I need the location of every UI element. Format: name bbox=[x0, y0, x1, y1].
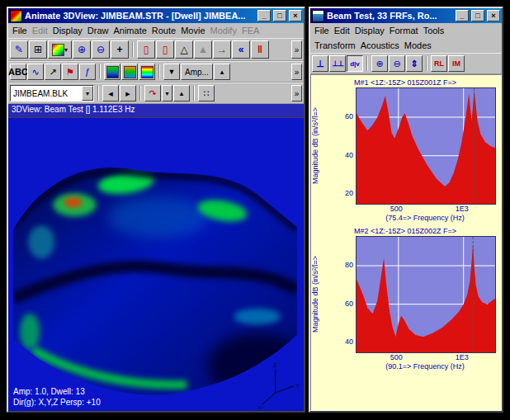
x-axis-ticks: 5001E3 bbox=[356, 353, 494, 362]
frf-plot-1: M#1 <1Z:-15Z> 015Z001Z F=> Magnitude dB … bbox=[311, 75, 501, 224]
toolbar-separator bbox=[99, 64, 101, 79]
fast-rewind-icon[interactable]: « bbox=[232, 40, 250, 59]
right-menubar-row2: Transform Acoustics Modes bbox=[310, 38, 502, 53]
fringe-banded-icon[interactable] bbox=[121, 64, 138, 80]
flag-icon[interactable]: ⚑ bbox=[62, 64, 78, 80]
minimize-button[interactable]: _ bbox=[257, 10, 271, 21]
right-toolbar: ⊥ ⊥⊥ d|v ⊕ ⊖ ⇕ RL IM bbox=[310, 53, 502, 74]
scatter-icon[interactable]: ∷ bbox=[198, 85, 215, 101]
maximize-button[interactable]: □ bbox=[273, 10, 286, 21]
toolbar-separator bbox=[158, 64, 160, 79]
left-toolbar-row2: ABC ∿ ↗ ⚑ ƒ ▼ Amp... ▴ » bbox=[8, 61, 304, 83]
toolbar-separator bbox=[97, 86, 99, 101]
menu-file[interactable]: File bbox=[10, 25, 30, 36]
next-icon[interactable]: ▸ bbox=[120, 85, 136, 101]
combo-dropdown-icon[interactable]: ▾ bbox=[82, 86, 93, 101]
draw-tool-icon[interactable]: ✎ bbox=[10, 40, 28, 59]
play-arrow-icon[interactable]: → bbox=[213, 40, 231, 59]
amp-button[interactable]: Amp... bbox=[181, 64, 213, 80]
menu-fea: FEA bbox=[239, 25, 262, 36]
plot-title: M#1 <1Z:-15Z> 015Z001Z F=> bbox=[311, 78, 501, 87]
toolbar-separator bbox=[426, 56, 427, 71]
toolbar-overflow-icon[interactable]: » bbox=[291, 40, 302, 59]
menu-route[interactable]: Route bbox=[149, 25, 178, 36]
zoom-out-icon[interactable]: ⊖ bbox=[389, 55, 405, 72]
imag-part-icon[interactable]: IM bbox=[448, 55, 465, 72]
shaded-icon[interactable]: ▲ bbox=[194, 40, 212, 59]
mesh-grid-icon[interactable]: ⊞ bbox=[29, 40, 47, 59]
axis-x-label: X bbox=[257, 404, 262, 411]
up-icon[interactable]: ▴ bbox=[173, 85, 190, 101]
db-linear-icon[interactable]: d|v bbox=[347, 55, 363, 72]
trace-dropdown-icon[interactable]: ▾ bbox=[162, 85, 172, 101]
menu-display[interactable]: Display bbox=[352, 25, 387, 36]
menu-modes[interactable]: Modes bbox=[402, 40, 434, 51]
menu-edit: Edit bbox=[30, 25, 50, 36]
left-window-title: Animate 3DView: JIMBEAM.STR - [Dwell] JI… bbox=[25, 11, 255, 21]
menu-format[interactable]: Format bbox=[387, 25, 421, 36]
y-tick-label: 60 bbox=[345, 300, 353, 308]
color-dropdown-icon[interactable]: ▼ bbox=[163, 64, 180, 80]
toolbar-overflow-icon[interactable]: » bbox=[291, 64, 302, 80]
minimize-button[interactable]: _ bbox=[456, 10, 469, 21]
zoom-in-icon[interactable]: ⊕ bbox=[371, 55, 388, 72]
menu-tools[interactable]: Tools bbox=[421, 25, 447, 36]
pick-arrow-icon[interactable]: ↗ bbox=[45, 64, 61, 80]
frf-plots-panel: M#1 <1Z:-15Z> 015Z001Z F=> Magnitude dB … bbox=[310, 74, 502, 411]
viewport-dual-icon[interactable]: ▯ bbox=[156, 40, 174, 59]
cursor-harmonic-icon[interactable]: ⊥⊥ bbox=[329, 55, 346, 72]
zoom-out-icon[interactable]: ⊖ bbox=[92, 40, 110, 59]
frf-chart-2[interactable] bbox=[356, 236, 496, 353]
y-axis-label: Magnitude dB (in/s²/l=> bbox=[311, 87, 321, 203]
toolbar-overflow-icon[interactable]: » bbox=[291, 85, 302, 101]
menu-draw[interactable]: Draw bbox=[85, 25, 111, 36]
menu-animate[interactable]: Animate bbox=[111, 25, 149, 36]
left-titlebar[interactable]: Animate 3DView: JIMBEAM.STR - [Dwell] JI… bbox=[8, 8, 304, 23]
close-button[interactable]: × bbox=[289, 10, 302, 21]
menu-acoustics[interactable]: Acoustics bbox=[358, 40, 402, 51]
curve-icon[interactable]: ∿ bbox=[27, 64, 44, 80]
right-window-title: Beam Test, 33 FRFs, Ro... bbox=[327, 11, 453, 21]
left-menubar: File Edit Display Draw Animate Route Mov… bbox=[8, 23, 304, 38]
animate-3dview-window: Animate 3DView: JIMBEAM.STR - [Dwell] JI… bbox=[7, 7, 305, 413]
rainbow-icon[interactable] bbox=[139, 64, 155, 80]
close-button[interactable]: × bbox=[487, 10, 500, 21]
block-combo-input[interactable] bbox=[11, 86, 82, 101]
amp-up-icon[interactable]: ▴ bbox=[214, 64, 230, 80]
menu-transform[interactable]: Transform bbox=[312, 40, 358, 51]
axis-z-label: Z bbox=[273, 361, 277, 369]
pause-icon[interactable]: ‖ bbox=[251, 40, 269, 59]
prev-icon[interactable]: ◂ bbox=[102, 85, 119, 101]
frf-plot-2: M#2 <1Z:-15Z> 015Z002Z F=> Magnitude dB … bbox=[311, 224, 501, 372]
right-titlebar[interactable]: Beam Test, 33 FRFs, Ro... _ □ × bbox=[310, 8, 502, 23]
menu-display[interactable]: Display bbox=[50, 25, 85, 36]
text-abc-icon[interactable]: ABC bbox=[10, 64, 26, 80]
wireframe-icon[interactable]: △ bbox=[175, 40, 193, 59]
plot-app-icon bbox=[312, 10, 324, 22]
amp-dwell-readout: Amp: 1.0, Dwell: 13 bbox=[13, 386, 101, 397]
left-toolbar-row1: ✎ ⊞ ▾ ⊕ ⊖ + ▯ ▯ △ ▲ → « ‖ » bbox=[8, 38, 304, 61]
y-tick-label: 40 bbox=[345, 151, 353, 159]
fringe-solid-icon[interactable] bbox=[104, 64, 120, 80]
contour-palette-icon[interactable]: ▾ bbox=[48, 40, 72, 59]
viewport-single-icon[interactable]: ▯ bbox=[137, 40, 155, 59]
real-part-icon[interactable]: RL bbox=[431, 55, 447, 72]
menu-file[interactable]: File bbox=[312, 25, 332, 36]
menu-movie[interactable]: Movie bbox=[178, 25, 207, 36]
function-icon[interactable]: ƒ bbox=[79, 64, 96, 80]
pan-icon[interactable]: + bbox=[111, 40, 129, 59]
zoom-in-icon[interactable]: ⊕ bbox=[73, 40, 91, 59]
maximize-button[interactable]: □ bbox=[471, 10, 484, 21]
y-axis-ticks: 204060 bbox=[321, 87, 356, 205]
toolbar-separator bbox=[139, 86, 141, 101]
palette-gradient-icon bbox=[52, 44, 64, 56]
autoscale-icon[interactable]: ⇕ bbox=[406, 55, 423, 72]
animate-app-icon bbox=[10, 10, 22, 22]
cursor-single-icon[interactable]: ⊥ bbox=[312, 55, 328, 72]
frf-viewer-window: Beam Test, 33 FRFs, Ro... _ □ × File Edi… bbox=[309, 7, 503, 413]
x-axis-ticks: 5001E3 bbox=[356, 205, 494, 214]
3d-viewport[interactable]: Z Y X Amp: 1.0, Dwell: 13 Dir(g): X,Y,Z … bbox=[8, 117, 304, 411]
menu-edit[interactable]: Edit bbox=[332, 25, 352, 36]
frf-chart-1[interactable] bbox=[356, 87, 496, 205]
trace-pick-icon[interactable]: ↷ bbox=[144, 85, 161, 101]
